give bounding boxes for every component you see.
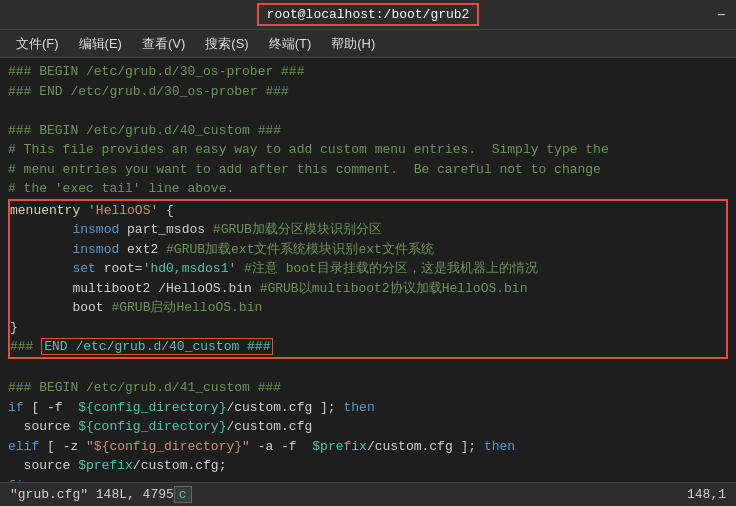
line-end-30: ### END /etc/grub.d/30_os-prober ### <box>8 82 728 102</box>
highlighted-block: menuentry 'HelloOS' { insmod part_msdos … <box>8 199 728 359</box>
window-title: root@localhost:/boot/grub2 <box>257 3 480 26</box>
line-comment-1: # This file provides an easy way to add … <box>8 140 728 160</box>
status-bar: "grub.cfg" 148L, 4795c 148,1 <box>0 482 736 506</box>
line-insmod-2: insmod ext2 #GRUB加载ext文件系统模块识别ext文件系统 <box>10 240 726 260</box>
line-close-brace: } <box>10 318 726 338</box>
line-comment-3: # the 'exec tail' line above. <box>8 179 728 199</box>
line-insmod-1: insmod part_msdos #GRUB加载分区模块识别分区 <box>10 220 726 240</box>
close-button[interactable]: – <box>716 6 726 24</box>
line-blank-2 <box>8 359 728 379</box>
line-menuentry: menuentry 'HelloOS' { <box>10 201 726 221</box>
line-elif: elif [ -z "${config_directory}" -a -f $p… <box>8 437 728 457</box>
line-blank-1 <box>8 101 728 121</box>
content-area: ### BEGIN /etc/grub.d/30_os-prober ### #… <box>0 58 736 482</box>
line-source-1: source ${config_directory}/custom.cfg <box>8 417 728 437</box>
line-boot: boot #GRUB启动HelloOS.bin <box>10 298 726 318</box>
menu-item-帮助(H)[interactable]: 帮助(H) <box>323 33 383 55</box>
menu-item-查看(V)[interactable]: 查看(V) <box>134 33 193 55</box>
line-multiboot2: multiboot2 /HelloOS.bin #GRUB以multiboot2… <box>10 279 726 299</box>
line-begin-41: ### BEGIN /etc/grub.d/41_custom ### <box>8 378 728 398</box>
line-begin-40: ### BEGIN /etc/grub.d/40_custom ### <box>8 121 728 141</box>
status-left: "grub.cfg" 148L, 4795c <box>10 486 192 503</box>
menu-item-终端(T)[interactable]: 终端(T) <box>261 33 320 55</box>
line-end-40: ### END /etc/grub.d/40_custom ### <box>10 337 726 357</box>
status-right: 148,1 <box>687 487 726 502</box>
status-c-highlight: c <box>174 486 192 503</box>
status-filename: "grub.cfg" 148L, 4795 <box>10 487 174 502</box>
line-source-2: source $prefix/custom.cfg; <box>8 456 728 476</box>
line-if: if [ -f ${config_directory}/custom.cfg ]… <box>8 398 728 418</box>
menu-item-文件(F)[interactable]: 文件(F) <box>8 33 67 55</box>
menu-bar: 文件(F)编辑(E)查看(V)搜索(S)终端(T)帮助(H) <box>0 30 736 58</box>
line-comment-2: # menu entries you want to add after thi… <box>8 160 728 180</box>
menu-item-搜索(S)[interactable]: 搜索(S) <box>197 33 256 55</box>
title-bar: root@localhost:/boot/grub2 – <box>0 0 736 30</box>
line-set-root: set root='hd0,msdos1' #注意 boot目录挂载的分区，这是… <box>10 259 726 279</box>
menu-item-编辑(E)[interactable]: 编辑(E) <box>71 33 130 55</box>
line-begin-30: ### BEGIN /etc/grub.d/30_os-prober ### <box>8 62 728 82</box>
